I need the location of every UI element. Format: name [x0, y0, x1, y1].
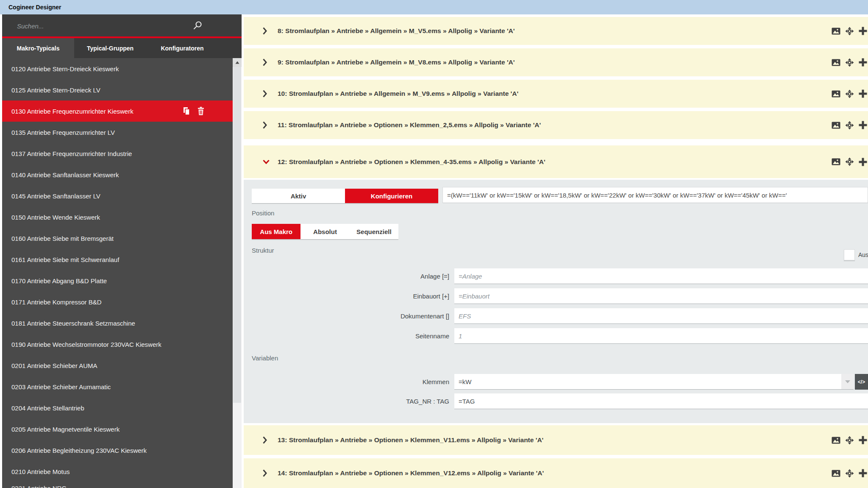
list-item[interactable]: 0204 Antriebe Stellantrieb [2, 397, 233, 418]
row-label: 9: Stromlaufplan » Antriebe » Allgemein … [278, 59, 515, 66]
list-item-selected[interactable]: 0130 Antriebe Frequenzumrichter Kieswerk [2, 100, 233, 122]
image-icon [832, 28, 840, 35]
preview-button[interactable] [831, 435, 841, 445]
list-item[interactable]: 0125 Antriebe Stern-Dreieck LV [2, 79, 233, 100]
preview-button[interactable] [831, 157, 841, 167]
search-input[interactable] [16, 19, 179, 33]
add-button[interactable] [858, 435, 868, 445]
preview-button[interactable] [831, 58, 841, 67]
image-icon [832, 59, 840, 66]
row-label: 10: Stromlaufplan » Antriebe » Allgemein… [278, 90, 518, 98]
typical-row-14[interactable]: 14: Stromlaufplan » Antriebe » Optionen … [244, 458, 868, 488]
titlebar: Cogineer Designer [0, 0, 868, 14]
konfigurieren-toggle[interactable]: Konfigurieren [345, 189, 438, 203]
move-button[interactable] [844, 435, 854, 445]
list-item[interactable]: 0203 Antriebe Schieber Aumamatic [2, 376, 233, 397]
list-item[interactable]: 0135 Antriebe Frequenzumrichter LV [2, 122, 233, 143]
anlage-input[interactable] [454, 268, 868, 284]
list-item[interactable]: 0206 Antriebe Begleitheizung 230VAC Kies… [2, 440, 233, 461]
list-item[interactable]: 0120 Antriebe Stern-Dreieck Kieswerk [2, 58, 233, 79]
tab-konfiguratoren[interactable]: Konfiguratoren [146, 38, 218, 58]
typical-row-12-expanded[interactable]: 12: Stromlaufplan » Antriebe » Optionen … [244, 145, 868, 178]
list-item[interactable]: 0160 Antriebe Siebe mit Bremsgerät [2, 228, 233, 249]
add-button[interactable] [858, 157, 868, 167]
move-button[interactable] [844, 468, 854, 478]
move-icon [845, 27, 854, 36]
condition-input[interactable] [442, 187, 868, 203]
position-toggle: Aus Makro Absolut Sequenziell [252, 224, 398, 239]
add-button[interactable] [858, 58, 868, 67]
search-icon[interactable] [193, 21, 202, 30]
move-button[interactable] [844, 120, 854, 130]
sequenziell-option[interactable]: Sequenziell [350, 224, 398, 239]
preview-button[interactable] [831, 468, 841, 478]
tab-makro-typicals[interactable]: Makro-Typicals [2, 38, 74, 58]
scrollbar-thumb[interactable] [233, 67, 241, 403]
search-bar [2, 14, 242, 36]
aus-makro-option[interactable]: Aus Makro [252, 224, 300, 239]
move-icon [845, 58, 854, 67]
klemmen-input[interactable] [454, 374, 841, 390]
move-button[interactable] [844, 89, 854, 98]
plus-icon [858, 468, 868, 478]
trash-icon [198, 107, 204, 115]
list-item[interactable]: 0205 Antriebe Magnetventile Kieswerk [2, 418, 233, 440]
dokumentenart-input[interactable] [454, 308, 868, 324]
seitenname-input[interactable] [454, 328, 868, 344]
sidebar-tabs: Makro-Typicals Typical-Gruppen Konfigura… [2, 38, 242, 58]
list-item[interactable]: 0181 Antriebe Steuerschrank Setzmaschine [2, 312, 233, 334]
typical-row-13[interactable]: 13: Stromlaufplan » Antriebe » Optionen … [244, 425, 868, 455]
move-icon [845, 436, 854, 445]
preview-button[interactable] [831, 89, 841, 98]
list-item[interactable]: 0221 Antriebe NRG [2, 482, 233, 488]
list-item[interactable]: 0150 Antriebe Wende Kieswerk [2, 206, 233, 228]
add-button[interactable] [858, 89, 868, 98]
aktiv-toggle[interactable]: Aktiv [252, 189, 345, 203]
list-item[interactable]: 0137 Antriebe Frequenzumrichter Industri… [2, 143, 233, 164]
typical-row-11[interactable]: 11: Stromlaufplan » Antriebe » Optionen … [244, 111, 868, 139]
move-button[interactable] [844, 157, 854, 167]
move-button[interactable] [844, 58, 854, 67]
klemmen-dropdown[interactable] [841, 374, 854, 390]
arrow-up-icon [235, 61, 239, 64]
tag-nr-field-label: TAG_NR : TAG [322, 393, 449, 409]
scroll-up-button[interactable] [233, 58, 242, 67]
list-item[interactable]: 0210 Antriebe Motus [2, 461, 233, 482]
add-button[interactable] [858, 468, 868, 478]
code-editor-button[interactable]: </> [855, 374, 868, 390]
chevron-right-icon [263, 27, 267, 35]
list-item[interactable]: 0170 Antriebe Abgang B&D Platte [2, 270, 233, 291]
plus-icon [858, 120, 868, 130]
duplicate-button[interactable] [182, 106, 191, 116]
list-item[interactable]: 0190 Antriebe Wechselstrommotor 230VAC K… [2, 334, 233, 355]
image-icon [832, 122, 840, 129]
tag-nr-input[interactable] [454, 393, 868, 409]
einbauort-input[interactable] [454, 288, 868, 304]
preview-button[interactable] [831, 26, 841, 36]
list-item[interactable]: 0171 Antriebe Kompressor B&D [2, 291, 233, 312]
typical-row-8[interactable]: 8: Stromlaufplan » Antriebe » Allgemein … [244, 17, 868, 45]
list-item[interactable]: 0145 Antriebe Sanftanlasser LV [2, 185, 233, 206]
delete-button[interactable] [196, 106, 206, 116]
move-icon [845, 469, 854, 478]
add-button[interactable] [858, 120, 868, 130]
row-label: 12: Stromlaufplan » Antriebe » Optionen … [278, 158, 545, 166]
sidebar-scrollbar[interactable] [233, 58, 242, 488]
row-label: 13: Stromlaufplan » Antriebe » Optionen … [278, 436, 543, 444]
row-label: 11: Stromlaufplan » Antriebe » Optionen … [278, 121, 541, 129]
list-item[interactable]: 0201 Antriebe Schieber AUMA [2, 355, 233, 376]
list-item[interactable]: 0140 Antriebe Sanftanlasser Kieswerk [2, 164, 233, 185]
absolut-option[interactable]: Absolut [300, 224, 349, 239]
tab-typical-gruppen[interactable]: Typical-Gruppen [74, 38, 146, 58]
chevron-down-icon [845, 380, 850, 383]
typical-row-9[interactable]: 9: Stromlaufplan » Antriebe » Allgemein … [244, 48, 868, 76]
aus-checkbox[interactable] [844, 249, 855, 260]
add-button[interactable] [858, 26, 868, 36]
aus-checkbox-label: Aus [858, 251, 868, 258]
move-button[interactable] [844, 26, 854, 36]
list-item[interactable]: 0161 Antriebe Siebe mit Schweranlauf [2, 249, 233, 270]
image-icon [832, 470, 840, 477]
typical-row-10[interactable]: 10: Stromlaufplan » Antriebe » Allgemein… [244, 80, 868, 108]
preview-button[interactable] [831, 120, 841, 130]
plus-icon [858, 157, 868, 167]
